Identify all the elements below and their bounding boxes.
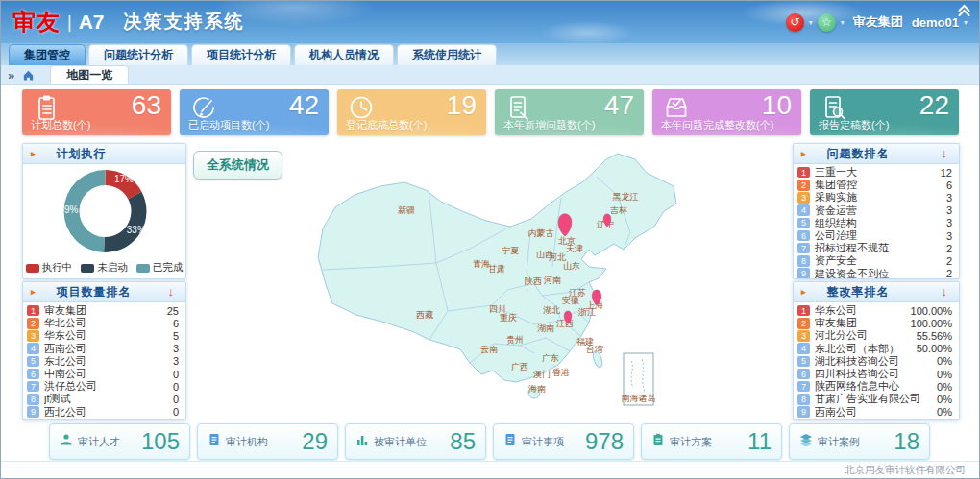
bottom-stat-5[interactable]: 审计方案11 — [641, 423, 782, 460]
rank-value: 12 — [941, 167, 952, 179]
sort-desc-icon[interactable]: ↓ — [942, 146, 948, 160]
tab-map-overview[interactable]: 地图一览 — [50, 65, 129, 84]
rank-badge: 6 — [797, 230, 810, 242]
power-icon[interactable]: ↺ — [786, 13, 804, 32]
stat-card-label: 已启动项目数(个) — [188, 118, 269, 132]
stat-card-label: 登记底稿总数(个) — [346, 118, 427, 132]
home-icon[interactable] — [22, 69, 35, 82]
sort-desc-icon[interactable]: ↓ — [168, 284, 175, 299]
main-tab-3[interactable]: 项目统计分析 — [191, 44, 291, 65]
bottom-stat-label: 审计事项 — [522, 435, 564, 449]
legend-label: 已完成 — [153, 261, 184, 275]
rank-row[interactable]: 4东北公司（本部）50.00% — [797, 343, 952, 355]
rank-row[interactable]: 2审友集团100.00% — [797, 317, 952, 329]
bottom-stat-6[interactable]: 审计案例18 — [789, 423, 930, 460]
rank-row[interactable]: 1审友集团25 — [27, 304, 179, 317]
main-tab-1[interactable]: 集团管控 — [9, 44, 86, 65]
rank-value: 3 — [946, 192, 952, 204]
donut-slice-未启动[interactable] — [104, 192, 146, 252]
rank-row[interactable]: 8资产安全2 — [797, 254, 952, 267]
user-name[interactable]: demo01 — [912, 15, 959, 30]
stat-card-1[interactable]: 63计划总数(个) — [22, 89, 171, 135]
person-icon — [60, 433, 73, 450]
sort-desc-icon[interactable]: ↓ — [942, 284, 948, 299]
rank-value: 3 — [173, 343, 179, 354]
bottom-stat-value: 29 — [302, 428, 328, 455]
rank-row[interactable]: 5组织结构3 — [797, 217, 952, 229]
rank-row[interactable]: 4资金运营3 — [797, 204, 952, 217]
app-header: 审友 | A7 决策支持系统 ↺ ▾ ☆ ▾ 审友集团 demo01 ▾ — [1, 1, 979, 43]
rank-value: 0% — [937, 381, 952, 393]
panel-title: 整改率排名 — [827, 284, 890, 300]
rank-value: 0 — [173, 381, 179, 393]
main-tab-2[interactable]: 问题统计分析 — [88, 44, 188, 65]
user-org[interactable]: 审友集团 — [853, 13, 903, 31]
rank-row[interactable]: 2华北公司6 — [27, 317, 179, 329]
rank-row[interactable]: 5东北公司3 — [27, 355, 179, 368]
legend-item-已完成[interactable]: 已完成 — [136, 261, 184, 275]
rank-row[interactable]: 1三重一大12 — [797, 166, 952, 179]
panel-rectify-rank: ▸ 整改率排名 ↓ 1华东公司100.00%2审友集团100.00%3河北分公司… — [793, 281, 960, 420]
expand-left-icon[interactable]: » — [8, 68, 14, 83]
rank-row[interactable]: 9西南公司0% — [797, 406, 952, 419]
panel-title: 问题数排名 — [827, 146, 890, 162]
stat-card-4[interactable]: 47本年新增问题数(个) — [495, 89, 644, 135]
rank-badge: 8 — [27, 394, 39, 405]
stat-card-label: 计划总数(个) — [31, 118, 90, 132]
rank-row[interactable]: 6四川科技咨询公司0% — [797, 368, 952, 380]
panel-header: ▸ 整改率排名 ↓ — [794, 282, 959, 302]
chevron-down-icon[interactable]: ▾ — [809, 18, 813, 27]
legend-item-未启动[interactable]: 未启动 — [81, 261, 128, 275]
whole-system-button[interactable]: 全系统情况 — [193, 151, 282, 180]
rank-label: 建设资金不到位 — [815, 267, 943, 279]
bottom-stat-label: 审计人才 — [78, 435, 120, 449]
rank-row[interactable]: 6公司治理3 — [797, 229, 952, 242]
bottom-stat-3[interactable]: 被审计单位85 — [345, 423, 486, 460]
chevron-down-icon[interactable]: ▾ — [841, 18, 845, 27]
bottom-stat-1[interactable]: 审计人才105 — [49, 423, 190, 460]
province-label-甘肃: 甘肃 — [488, 264, 505, 274]
rank-badge: 9 — [27, 406, 39, 418]
rank-row[interactable]: 8甘肃广告实业有限公司0% — [797, 393, 952, 405]
bottom-stat-4[interactable]: 审计事项978 — [493, 423, 634, 460]
stat-card-6[interactable]: 22报告定稿数(个) — [810, 89, 959, 135]
main-tab-5[interactable]: 系统使用统计 — [397, 44, 497, 65]
rank-row[interactable]: 1华东公司100.00% — [797, 304, 952, 317]
rank-badge: 5 — [797, 218, 810, 229]
rank-row[interactable]: 8jf测试0 — [27, 393, 179, 405]
rank-row[interactable]: 5湖北科技咨询公司0% — [797, 355, 952, 368]
rank-row[interactable]: 7洪仔总公司0 — [27, 380, 179, 393]
rank-badge: 2 — [797, 318, 810, 329]
rank-value: 55.56% — [917, 330, 952, 342]
rank-badge — [797, 419, 810, 420]
province-label-吉林: 吉林 — [610, 205, 627, 215]
plan-execution-donut-chart: 17%33%49% — [23, 164, 186, 256]
main-tab-4[interactable]: 机构人员情况 — [294, 44, 394, 65]
rank-row[interactable]: 3河北分公司55.56% — [797, 329, 952, 342]
panel-project-rank: ▸ 项目数量排名 ↓ 1审友集团252华北公司63华东公司54西南公司35东北公… — [22, 281, 186, 420]
rank-row[interactable]: 7陕西网络信息中心0% — [797, 380, 952, 393]
rank-badge: 9 — [797, 268, 810, 279]
stat-card-value: 42 — [289, 90, 319, 121]
rank-row[interactable]: 3采购实施3 — [797, 191, 952, 204]
theme-icon[interactable]: ☆ — [818, 13, 836, 32]
province-label-天津: 天津 — [566, 244, 583, 253]
rank-row[interactable]: 7招标过程不规范2 — [797, 242, 952, 254]
stat-card-3[interactable]: 19登记底稿总数(个) — [337, 89, 486, 135]
clipboard-icon — [651, 433, 665, 450]
rank-row[interactable]: 9建设资金不到位2 — [797, 268, 952, 280]
rank-row[interactable]: 3华东公司5 — [27, 329, 179, 342]
rank-badge: 3 — [27, 330, 39, 342]
legend-swatch — [136, 264, 150, 273]
rank-row[interactable]: 6中南公司0 — [27, 368, 179, 380]
rank-row[interactable]: 2集团管控6 — [797, 179, 952, 191]
donut-label: 49% — [59, 204, 78, 215]
rank-row[interactable]: 9西北公司0 — [27, 406, 179, 419]
rank-value: 0 — [173, 406, 179, 418]
bottom-stat-2[interactable]: 审计机构29 — [197, 423, 338, 460]
collapse-up-icon[interactable] — [957, 4, 971, 22]
rank-row[interactable]: 4西南公司3 — [27, 343, 179, 355]
stat-card-2[interactable]: 42已启动项目数(个) — [180, 89, 329, 135]
legend-item-执行中[interactable]: 执行中 — [26, 261, 73, 275]
stat-card-5[interactable]: 10本年问题完成整改数(个) — [652, 89, 801, 135]
